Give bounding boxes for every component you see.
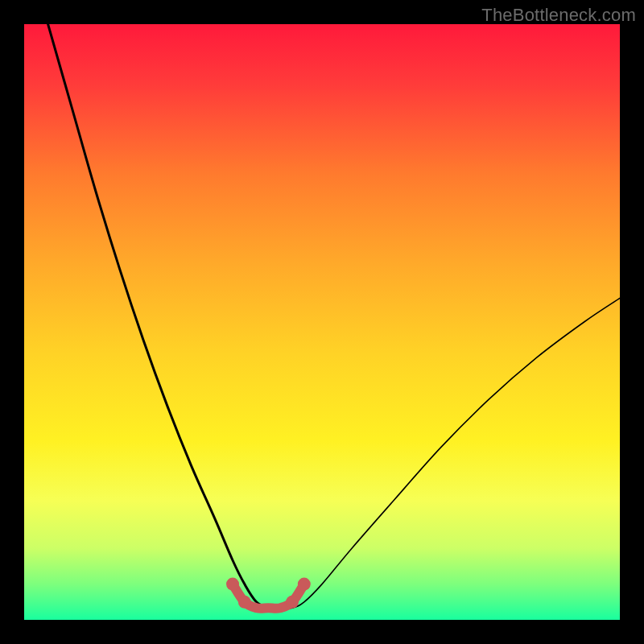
watermark-text: TheBottleneck.com (481, 5, 636, 26)
bottom-highlight-dot (286, 596, 299, 609)
plot-area (24, 24, 620, 620)
chart-frame: TheBottleneck.com (0, 0, 644, 644)
bottom-highlight-dot (226, 578, 239, 591)
bottom-highlight-dot (298, 578, 311, 591)
bottom-highlight-dot (238, 596, 251, 609)
gradient-background (24, 24, 620, 620)
chart-svg (24, 24, 620, 620)
